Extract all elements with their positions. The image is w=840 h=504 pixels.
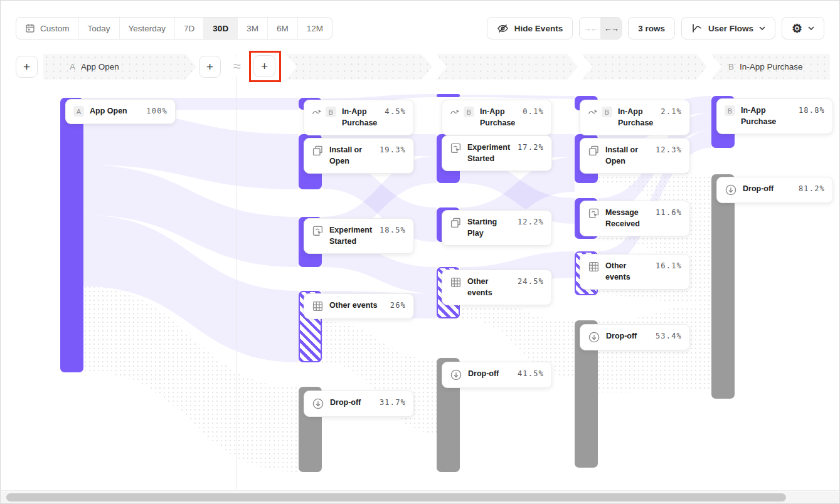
- date-range-6m[interactable]: 6M: [267, 18, 297, 39]
- node-label: Experiment Started: [467, 142, 512, 164]
- step-banner-empty-2[interactable]: [436, 54, 578, 80]
- click-icon: [312, 225, 324, 237]
- flow-bar[interactable]: [60, 98, 83, 372]
- node-value: 12.3%: [656, 145, 682, 154]
- node-icon-group: B: [588, 107, 612, 117]
- flow-node-card[interactable]: Drop-off31.7%: [304, 391, 414, 417]
- node-value: 18.5%: [380, 226, 406, 234]
- date-range-3m[interactable]: 3M: [237, 18, 267, 39]
- step-banner-empty-3[interactable]: [582, 54, 707, 80]
- flow-node-card[interactable]: Install or Open12.3%: [580, 138, 690, 174]
- flow-node-card[interactable]: BIn-App Purchase0.1%: [442, 100, 552, 135]
- node-label: Message Received: [605, 207, 650, 229]
- flow-node-card[interactable]: Install or Open19.3%: [304, 138, 414, 174]
- grid-icon: [588, 261, 600, 273]
- node-label: Other events: [467, 276, 512, 298]
- flow-node-card[interactable]: Starting Play12.2%: [442, 210, 552, 246]
- step-letter-badge: B: [728, 62, 734, 71]
- view-selector-dropdown[interactable]: User Flows: [681, 17, 775, 39]
- view-selector-label: User Flows: [708, 24, 753, 33]
- horizontal-scrollbar-thumb[interactable]: [6, 493, 786, 501]
- step-banner-empty-1[interactable]: [286, 54, 432, 80]
- letter-badge: B: [464, 107, 474, 117]
- node-icon-group: [312, 145, 324, 157]
- date-range-7d[interactable]: 7D: [174, 18, 203, 39]
- settings-dropdown[interactable]: ⚙: [782, 17, 824, 39]
- node-icon-group: [450, 142, 462, 154]
- horizontal-scrollbar-track[interactable]: [1, 491, 839, 503]
- node-icon-group: A: [73, 106, 84, 117]
- node-icon-group: [450, 369, 462, 381]
- dropoff-icon: [312, 397, 324, 410]
- flow-node-card[interactable]: Message Received11.6%: [580, 201, 690, 236]
- node-icon-group: [450, 276, 462, 288]
- collapse-columns-button[interactable]: →←: [580, 18, 600, 39]
- node-value: 11.6%: [656, 208, 682, 217]
- node-value: 12.2%: [518, 218, 544, 226]
- squares-icon: [450, 217, 462, 229]
- trend-icon: [588, 108, 598, 116]
- node-value: 31.7%: [380, 398, 406, 407]
- flow-node-card[interactable]: BIn-App Purchase2.1%: [580, 100, 690, 135]
- rows-button[interactable]: 3 rows: [628, 17, 675, 39]
- flow-node-card[interactable]: Experiment Started18.5%: [304, 218, 414, 254]
- date-range-12m[interactable]: 12M: [297, 18, 332, 39]
- node-label: Starting Play: [467, 217, 512, 239]
- letter-badge: B: [725, 105, 735, 116]
- hide-events-label: Hide Events: [514, 24, 563, 33]
- node-label: In-App Purchase: [618, 107, 655, 129]
- flow-node-card[interactable]: Other events26%: [304, 293, 414, 319]
- flow-node-card[interactable]: Experiment Started17.2%: [442, 135, 552, 171]
- flow-node-card[interactable]: AApp Open100%: [65, 99, 176, 124]
- user-flows-app-window: Custom Today Yesterday 7D 30D 3M 6M 12M …: [0, 0, 840, 504]
- gear-icon: ⚙: [792, 23, 802, 34]
- node-value: 2.1%: [661, 107, 682, 116]
- flow-node-card[interactable]: Other events16.1%: [580, 254, 690, 290]
- node-value: 19.3%: [380, 145, 406, 154]
- node-icon-group: [725, 184, 737, 196]
- node-label: Drop-off: [606, 331, 650, 342]
- flow-bar[interactable]: [437, 94, 460, 97]
- dropoff-icon: [588, 331, 600, 344]
- expand-columns-button[interactable]: ←→: [600, 18, 621, 39]
- flow-node-card[interactable]: BIn-App Purchase18.8%: [716, 98, 833, 134]
- flow-bar[interactable]: [711, 174, 735, 399]
- node-label: Install or Open: [329, 145, 374, 167]
- rows-label: 3 rows: [638, 24, 665, 33]
- node-label: Install or Open: [605, 145, 650, 167]
- flow-node-card[interactable]: Drop-off41.5%: [442, 362, 552, 388]
- step-banner-app-open[interactable]: A App Open: [43, 54, 196, 80]
- letter-badge: B: [326, 107, 336, 117]
- node-label: In-App Purchase: [480, 107, 517, 129]
- date-range-yesterday[interactable]: Yesterday: [119, 18, 175, 39]
- node-value: 100%: [146, 107, 167, 115]
- node-value: 53.4%: [656, 332, 682, 340]
- letter-badge: B: [602, 107, 612, 117]
- node-icon-group: [588, 261, 600, 273]
- add-step-before-button[interactable]: +: [16, 56, 38, 78]
- node-value: 26%: [390, 301, 406, 310]
- step-banner-in-app-purchase[interactable]: B In-App Purchase: [711, 54, 830, 80]
- hide-events-button[interactable]: Hide Events: [487, 17, 573, 39]
- annotation-highlight-box: [249, 51, 281, 82]
- date-range-selector: Custom Today Yesterday 7D 30D 3M 6M 12M: [16, 17, 332, 39]
- node-label: Other events: [605, 261, 650, 283]
- flow-node-card[interactable]: Drop-off81.2%: [716, 177, 833, 203]
- add-step-after-button[interactable]: +: [199, 56, 221, 78]
- flow-node-card[interactable]: Other events24.5%: [442, 270, 552, 305]
- calendar-icon: [25, 23, 35, 33]
- flows-chart-icon: [691, 23, 703, 34]
- date-range-30d[interactable]: 30D: [203, 18, 237, 39]
- flow-node-card[interactable]: BIn-App Purchase4.5%: [304, 100, 414, 135]
- node-label: Drop-off: [468, 369, 512, 380]
- flow-node-card[interactable]: Drop-off53.4%: [580, 324, 690, 350]
- click-icon: [588, 207, 600, 219]
- node-label: Other events: [329, 300, 385, 312]
- date-range-custom[interactable]: Custom: [16, 18, 78, 39]
- node-value: 17.2%: [518, 143, 544, 152]
- node-icon-group: [588, 145, 600, 157]
- date-range-today[interactable]: Today: [78, 18, 119, 39]
- eye-off-icon: [497, 23, 509, 34]
- node-label: Drop-off: [743, 184, 793, 195]
- node-label: In-App Purchase: [741, 105, 793, 127]
